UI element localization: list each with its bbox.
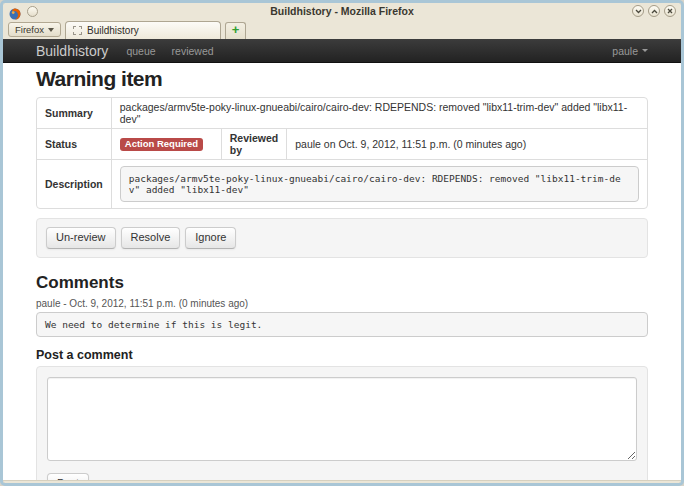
ignore-button[interactable]: Ignore [185,227,236,249]
caret-down-icon [48,28,54,32]
tab-buildhistory[interactable]: Buildhistory [65,21,221,39]
user-menu-label: paule [612,45,638,57]
browser-tab-strip: Firefox Buildhistory + [3,20,681,39]
table-row-summary: Summary packages/armv5te-poky-linux-gnue… [37,98,647,128]
window-bottom-edge [3,480,681,483]
nav-link-queue[interactable]: queue [126,45,155,57]
window-shade-button[interactable] [632,5,644,17]
caret-down-icon [642,49,648,52]
titlebar-menu-button[interactable] [27,6,38,17]
new-tab-button[interactable]: + [225,22,246,39]
post-comment-heading: Post a comment [36,348,648,362]
status-label: Status [37,128,111,159]
page-title: Warning item [36,67,648,91]
unreview-button[interactable]: Un-review [46,227,116,249]
browser-viewport: Buildhistory queue reviewed paule Warnin… [3,39,681,480]
description-label: Description [37,159,111,208]
table-row-description: Description packages/armv5te-poky-linux-… [37,159,647,208]
post-comment-form: Post [36,366,648,480]
status-cell: Action Required [111,128,221,159]
window-close-button[interactable] [664,5,676,17]
nav-link-reviewed[interactable]: reviewed [172,45,214,57]
summary-value: packages/armv5te-poky-linux-gnueabi/cair… [111,98,647,128]
reviewed-by-value: paule on Oct. 9, 2012, 11:51 p.m. (0 min… [286,128,647,159]
description-code-block: packages/armv5te-poky-linux-gnueabi/cair… [120,166,639,202]
comment-textarea[interactable] [47,377,637,461]
action-button-bar: Un-review Resolve Ignore [36,218,648,258]
summary-label: Summary [37,98,111,128]
window-title: Buildhistory - Mozilla Firefox [3,3,681,20]
firefox-window: Buildhistory - Mozilla Firefox Firefox [0,0,684,486]
site-navbar: Buildhistory queue reviewed paule [3,39,681,63]
description-cell: packages/armv5te-poky-linux-gnueabi/cair… [111,159,647,208]
window-controls [632,5,676,17]
comments-heading: Comments [36,273,648,293]
favicon-placeholder-icon [73,26,82,35]
tab-title: Buildhistory [87,25,139,36]
reviewed-by-label: Reviewed by [221,128,286,159]
comment-meta: paule - Oct. 9, 2012, 11:51 p.m. (0 minu… [36,298,648,309]
post-button[interactable]: Post [47,473,89,480]
window-maximize-button[interactable] [648,5,660,17]
firefox-menu-label: Firefox [15,24,44,35]
comment-text-block: We need to determine if this is legit. [36,312,648,337]
page-container: Warning item Summary packages/armv5te-po… [36,63,648,480]
resolve-button[interactable]: Resolve [121,227,181,249]
firefox-logo-icon [9,6,21,18]
firefox-menu-button[interactable]: Firefox [8,22,61,37]
comment-item: paule - Oct. 9, 2012, 11:51 p.m. (0 minu… [36,298,648,337]
status-badge: Action Required [120,138,203,151]
window-titlebar: Buildhistory - Mozilla Firefox [3,3,681,20]
table-row-status: Status Action Required Reviewed by paule… [37,128,647,159]
warning-details-table: Summary packages/armv5te-poky-linux-gnue… [36,97,648,209]
user-menu[interactable]: paule [612,45,648,57]
navbar-brand[interactable]: Buildhistory [36,43,108,59]
